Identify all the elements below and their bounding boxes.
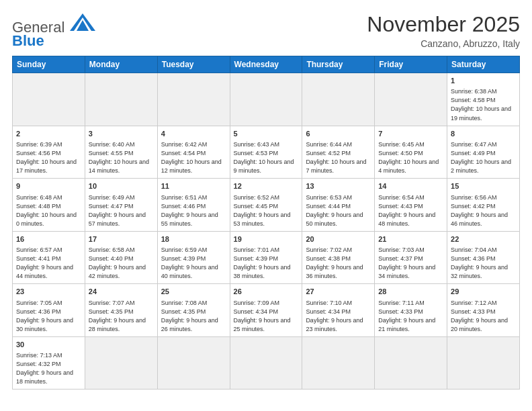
calendar-cell: 21Sunrise: 7:03 AM Sunset: 4:37 PM Dayli… [375,231,447,284]
logo-blue-text: Blue [12,32,44,49]
day-number: 15 [451,181,516,191]
logo-icon [70,12,95,32]
calendar-cell [302,73,375,126]
calendar-cell: 11Sunrise: 6:51 AM Sunset: 4:46 PM Dayli… [157,179,230,232]
calendar-cell: 14Sunrise: 6:54 AM Sunset: 4:43 PM Dayli… [375,179,447,232]
day-number: 13 [306,181,371,191]
calendar-cell: 24Sunrise: 7:07 AM Sunset: 4:35 PM Dayli… [85,284,157,337]
calendar-cell [85,336,157,390]
calendar-cell: 5Sunrise: 6:43 AM Sunset: 4:53 PM Daylig… [230,126,302,179]
calendar-cell: 26Sunrise: 7:09 AM Sunset: 4:34 PM Dayli… [230,284,302,337]
calendar-cell: 8Sunrise: 6:47 AM Sunset: 4:49 PM Daylig… [447,126,520,179]
calendar-cell: 13Sunrise: 6:53 AM Sunset: 4:44 PM Dayli… [302,179,375,232]
title-block: November 2025 Canzano, Abruzzo, Italy [367,12,520,49]
day-number: 25 [161,287,226,297]
calendar-cell [230,336,302,390]
day-number: 28 [378,287,443,297]
week-row-5: 30Sunrise: 7:13 AM Sunset: 4:32 PM Dayli… [13,336,520,390]
col-header-tuesday: Tuesday [157,56,230,73]
calendar-cell: 2Sunrise: 6:39 AM Sunset: 4:56 PM Daylig… [13,126,85,179]
day-info: Sunrise: 7:02 AM Sunset: 4:38 PM Dayligh… [306,246,371,281]
day-info: Sunrise: 6:56 AM Sunset: 4:42 PM Dayligh… [451,193,516,228]
day-number: 2 [16,129,81,139]
day-number: 24 [89,287,154,297]
col-header-friday: Friday [375,56,447,73]
calendar-cell: 28Sunrise: 7:11 AM Sunset: 4:33 PM Dayli… [375,284,447,337]
day-number: 17 [89,234,154,244]
calendar-cell: 6Sunrise: 6:44 AM Sunset: 4:52 PM Daylig… [302,126,375,179]
day-info: Sunrise: 7:08 AM Sunset: 4:35 PM Dayligh… [161,299,226,334]
calendar-cell: 23Sunrise: 7:05 AM Sunset: 4:36 PM Dayli… [13,284,85,337]
calendar-cell: 30Sunrise: 7:13 AM Sunset: 4:32 PM Dayli… [13,336,85,390]
day-info: Sunrise: 7:04 AM Sunset: 4:36 PM Dayligh… [451,246,516,281]
week-row-4: 23Sunrise: 7:05 AM Sunset: 4:36 PM Dayli… [13,284,520,337]
calendar-cell [447,336,520,390]
day-info: Sunrise: 6:52 AM Sunset: 4:45 PM Dayligh… [234,193,299,228]
calendar-header-row: SundayMondayTuesdayWednesdayThursdayFrid… [13,56,520,73]
calendar-cell: 10Sunrise: 6:49 AM Sunset: 4:47 PM Dayli… [85,179,157,232]
calendar-cell: 29Sunrise: 7:12 AM Sunset: 4:33 PM Dayli… [447,284,520,337]
day-number: 16 [16,234,81,244]
day-info: Sunrise: 6:54 AM Sunset: 4:43 PM Dayligh… [378,193,443,228]
calendar-cell [302,336,375,390]
day-info: Sunrise: 6:40 AM Sunset: 4:55 PM Dayligh… [89,140,154,175]
calendar-table: SundayMondayTuesdayWednesdayThursdayFrid… [12,56,520,390]
day-number: 9 [16,181,81,191]
col-header-wednesday: Wednesday [230,56,302,73]
day-info: Sunrise: 6:44 AM Sunset: 4:52 PM Dayligh… [306,140,371,175]
day-info: Sunrise: 6:53 AM Sunset: 4:44 PM Dayligh… [306,193,371,228]
day-number: 29 [451,287,516,297]
calendar-cell: 15Sunrise: 6:56 AM Sunset: 4:42 PM Dayli… [447,179,520,232]
day-number: 14 [378,181,443,191]
month-year: November 2025 [367,12,520,37]
day-number: 10 [89,181,154,191]
day-number: 19 [234,234,299,244]
header: General Blue November 2025 Canzano, Abru… [12,12,520,49]
col-header-saturday: Saturday [447,56,520,73]
day-info: Sunrise: 7:01 AM Sunset: 4:39 PM Dayligh… [234,246,299,281]
day-info: Sunrise: 6:48 AM Sunset: 4:48 PM Dayligh… [16,193,81,228]
logo: General Blue [12,12,95,48]
day-number: 1 [451,76,516,86]
col-header-sunday: Sunday [13,56,85,73]
day-info: Sunrise: 6:51 AM Sunset: 4:46 PM Dayligh… [161,193,226,228]
calendar-cell: 18Sunrise: 6:59 AM Sunset: 4:39 PM Dayli… [157,231,230,284]
day-number: 27 [306,287,371,297]
day-info: Sunrise: 6:49 AM Sunset: 4:47 PM Dayligh… [89,193,154,228]
day-info: Sunrise: 7:12 AM Sunset: 4:33 PM Dayligh… [451,299,516,334]
calendar-cell: 25Sunrise: 7:08 AM Sunset: 4:35 PM Dayli… [157,284,230,337]
calendar-cell: 17Sunrise: 6:58 AM Sunset: 4:40 PM Dayli… [85,231,157,284]
calendar-cell: 1Sunrise: 6:38 AM Sunset: 4:58 PM Daylig… [447,73,520,126]
day-number: 22 [451,234,516,244]
day-number: 8 [451,129,516,139]
col-header-monday: Monday [85,56,157,73]
day-info: Sunrise: 7:11 AM Sunset: 4:33 PM Dayligh… [378,299,443,334]
day-info: Sunrise: 6:59 AM Sunset: 4:39 PM Dayligh… [161,246,226,281]
calendar-cell [230,73,302,126]
day-info: Sunrise: 7:10 AM Sunset: 4:34 PM Dayligh… [306,299,371,334]
day-number: 12 [234,181,299,191]
week-row-3: 16Sunrise: 6:57 AM Sunset: 4:41 PM Dayli… [13,231,520,284]
calendar-cell [157,73,230,126]
calendar-cell: 16Sunrise: 6:57 AM Sunset: 4:41 PM Dayli… [13,231,85,284]
day-info: Sunrise: 6:38 AM Sunset: 4:58 PM Dayligh… [451,87,516,122]
calendar-cell [375,73,447,126]
day-number: 5 [234,129,299,139]
col-header-thursday: Thursday [302,56,375,73]
calendar-cell: 19Sunrise: 7:01 AM Sunset: 4:39 PM Dayli… [230,231,302,284]
day-info: Sunrise: 6:39 AM Sunset: 4:56 PM Dayligh… [16,140,81,175]
day-number: 7 [378,129,443,139]
day-number: 4 [161,129,226,139]
week-row-2: 9Sunrise: 6:48 AM Sunset: 4:48 PM Daylig… [13,179,520,232]
day-info: Sunrise: 6:45 AM Sunset: 4:50 PM Dayligh… [378,140,443,175]
day-number: 23 [16,287,81,297]
calendar-cell [13,73,85,126]
day-info: Sunrise: 7:03 AM Sunset: 4:37 PM Dayligh… [378,246,443,281]
day-number: 11 [161,181,226,191]
location: Canzano, Abruzzo, Italy [367,38,520,49]
day-info: Sunrise: 6:43 AM Sunset: 4:53 PM Dayligh… [234,140,299,175]
day-info: Sunrise: 6:47 AM Sunset: 4:49 PM Dayligh… [451,140,516,175]
calendar-cell: 9Sunrise: 6:48 AM Sunset: 4:48 PM Daylig… [13,179,85,232]
calendar-cell: 4Sunrise: 6:42 AM Sunset: 4:54 PM Daylig… [157,126,230,179]
calendar-cell: 27Sunrise: 7:10 AM Sunset: 4:34 PM Dayli… [302,284,375,337]
